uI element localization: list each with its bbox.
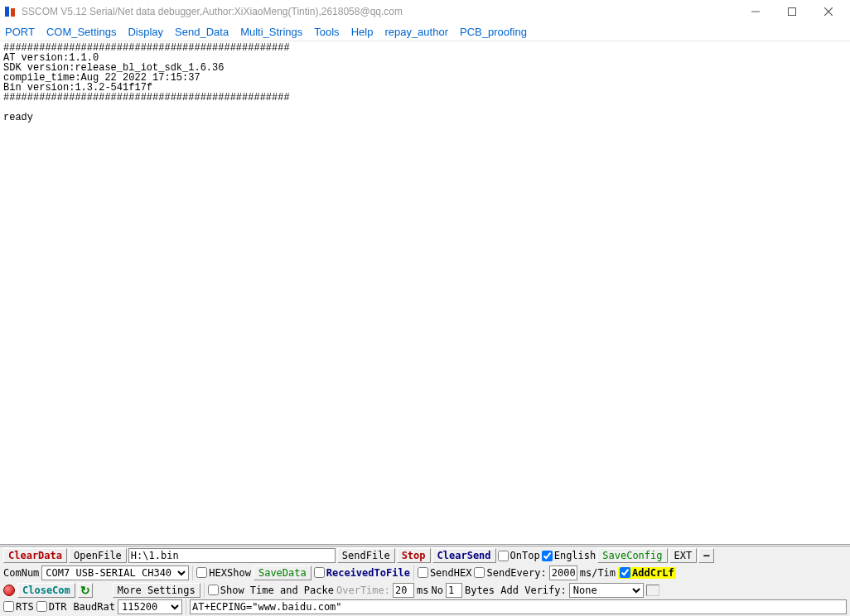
verify-select[interactable]: None	[569, 583, 644, 598]
rts-checkbox[interactable]: RTS	[3, 601, 34, 613]
verify-indicator	[646, 585, 659, 596]
hide-button[interactable]: —	[698, 548, 714, 563]
sendhex-checkbox[interactable]: SendHEX	[418, 567, 472, 579]
dtr-checkbox[interactable]: DTR	[36, 601, 67, 613]
app-icon	[3, 5, 17, 18]
comnum-select[interactable]: COM7 USB-SERIAL CH340	[41, 565, 189, 580]
addcrlf-checkbox[interactable]: AddCrLf	[618, 567, 676, 579]
title-bar: SSCOM V5.12 Serial/Net data debugger,Aut…	[0, 0, 850, 23]
baud-label: BaudRat	[73, 601, 115, 613]
bottom-panel: ClearData OpenFile SendFile Stop ClearSe…	[0, 546, 850, 616]
close-button[interactable]	[810, 0, 847, 23]
ext-button[interactable]: EXT	[669, 548, 698, 563]
baud-select[interactable]: 115200	[118, 599, 182, 614]
no-input[interactable]	[446, 583, 462, 598]
menu-com-settings[interactable]: COM_Settings	[46, 26, 117, 38]
more-settings-button[interactable]: More Settings	[113, 583, 200, 598]
clear-send-button[interactable]: ClearSend	[432, 548, 496, 563]
refresh-icon[interactable]: ↻	[78, 583, 93, 598]
show-time-checkbox[interactable]: Show Time and Packe	[208, 585, 334, 596]
menu-tools[interactable]: Tools	[314, 26, 339, 38]
menu-send-data[interactable]: Send_Data	[175, 26, 229, 38]
minimize-button[interactable]	[737, 0, 774, 23]
sendevery-checkbox[interactable]: SendEvery:	[474, 567, 546, 579]
menu-bar: PORT COM_Settings Display Send_Data Mult…	[0, 23, 850, 41]
menu-multi-strings[interactable]: Multi_Strings	[240, 26, 302, 38]
received-to-file-checkbox[interactable]: ReceivedToFile	[314, 567, 410, 579]
on-top-checkbox[interactable]: OnTop	[498, 550, 540, 561]
svg-rect-3	[789, 8, 796, 16]
interval-input[interactable]	[549, 565, 577, 580]
menu-pcb-proofing[interactable]: PCB_proofing	[460, 26, 527, 38]
menu-port[interactable]: PORT	[5, 26, 35, 38]
stop-button[interactable]: Stop	[397, 548, 431, 563]
file-path-input[interactable]	[128, 548, 336, 563]
open-file-button[interactable]: OpenFile	[69, 548, 127, 563]
hexshow-checkbox[interactable]: HEXShow	[196, 567, 251, 579]
svg-rect-1	[11, 8, 15, 17]
console-output[interactable]: ########################################…	[0, 41, 850, 545]
menu-display[interactable]: Display	[128, 26, 163, 38]
menu-help[interactable]: Help	[351, 26, 374, 38]
clear-data-button[interactable]: ClearData	[3, 548, 67, 563]
save-config-button[interactable]: SaveConfig	[597, 548, 667, 563]
svg-rect-0	[5, 7, 9, 17]
no-label: No	[431, 585, 442, 596]
title-text: SSCOM V5.12 Serial/Net data debugger,Aut…	[22, 6, 737, 17]
send-file-button[interactable]: SendFile	[337, 548, 395, 563]
english-checkbox[interactable]: English	[542, 550, 596, 561]
interval-unit: ms/Tim	[580, 567, 616, 579]
maximize-button[interactable]	[774, 0, 810, 23]
overtime-label: OverTime:	[336, 585, 390, 596]
comnum-label: ComNum	[3, 567, 39, 579]
close-com-button[interactable]: CloseCom	[17, 583, 75, 598]
bytes-verify-label: Bytes Add Verify:	[465, 585, 567, 596]
overtime-input[interactable]	[393, 583, 414, 598]
menu-repay-author[interactable]: repay_author	[384, 26, 448, 38]
port-status-icon	[3, 585, 15, 596]
overtime-unit: ms	[417, 585, 428, 596]
save-data-button[interactable]: SaveData	[254, 565, 312, 580]
send-text-input[interactable]	[190, 599, 847, 614]
